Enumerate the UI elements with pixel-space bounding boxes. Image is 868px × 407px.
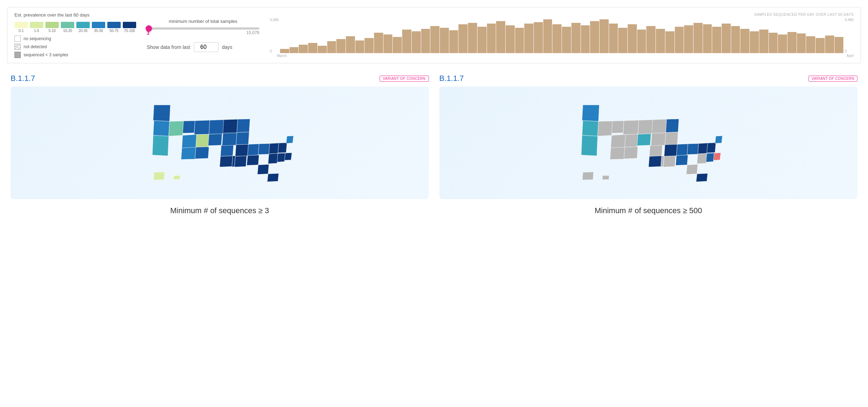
- symbol-box: [14, 44, 21, 50]
- chart-y-right: 4,486 0: [843, 18, 854, 53]
- legend-color-item: 0-1: [14, 22, 28, 33]
- map-header-1: B.1.1.7 VARIANT OF CONCERN: [11, 74, 429, 83]
- days-section: Show data from last days: [147, 42, 259, 52]
- chart-bar: [458, 24, 468, 53]
- chart-bar: [750, 31, 759, 53]
- swatch-label: 75-100: [124, 29, 135, 33]
- slider-label: minimum number of total samples: [147, 19, 259, 24]
- chart-section: SAMPLES SEQUENCED PER DAY OVER LAST 60 D…: [270, 13, 854, 58]
- chart-bar: [393, 37, 402, 53]
- chart-bar: [835, 37, 844, 53]
- legend-color-item: 20-35: [76, 22, 90, 33]
- chart-bar: [336, 39, 346, 53]
- chart-bar: [637, 30, 646, 53]
- chart-bar: [524, 24, 533, 53]
- chart-y-min: 0: [270, 49, 279, 53]
- legend-color-item: 35-50: [92, 22, 105, 33]
- symbol-label: no sequencing: [24, 36, 51, 41]
- chart-bar: [740, 29, 749, 53]
- legend-panel: Est. prevalence over the last 60 days 0-…: [7, 7, 861, 63]
- legend-colors: 0-1 1-5 5-10 10-20 20-35 35-50 50-75 75-…: [14, 22, 136, 33]
- days-label-after: days: [222, 44, 233, 50]
- color-swatch: [107, 22, 121, 28]
- legend-section: Est. prevalence over the last 60 days 0-…: [14, 12, 136, 58]
- chart-bar: [374, 33, 383, 53]
- chart-bar: [477, 27, 487, 53]
- color-swatch: [123, 22, 136, 28]
- swatch-label: 35-50: [94, 29, 103, 33]
- chart-bar: [600, 19, 609, 53]
- chart-bar: [534, 22, 543, 53]
- chart-bar: [693, 23, 703, 53]
- bar-chart: [280, 18, 843, 53]
- chart-bar: [778, 34, 787, 53]
- chart-bar: [618, 28, 627, 53]
- slider-values: 3 15,078: [147, 30, 259, 36]
- legend-color-item: 1-5: [30, 22, 43, 33]
- legend-title: Est. prevalence over the last 60 days: [14, 12, 136, 18]
- color-swatch: [76, 22, 90, 28]
- variant-name-2: B.1.1.7: [439, 74, 464, 83]
- chart-bar: [308, 43, 317, 53]
- color-swatch: [14, 22, 28, 28]
- symbol-row: no sequencing: [14, 36, 136, 42]
- maps-section: B.1.1.7 VARIANT OF CONCERN: [7, 74, 861, 215]
- swatch-label: 20-35: [78, 29, 88, 33]
- days-input[interactable]: [194, 42, 218, 52]
- chart-y-max: 4,486: [270, 18, 279, 22]
- map-container-2: B.1.1.7 VARIANT OF CONCERN: [439, 74, 858, 215]
- chart-bar: [552, 24, 562, 53]
- color-swatch: [45, 22, 59, 28]
- chart-bar: [506, 25, 515, 53]
- us-map-1: [16, 92, 424, 190]
- swatch-label: 5-10: [49, 29, 56, 33]
- symbol-box: [14, 52, 21, 58]
- swatch-label: 50-75: [109, 29, 119, 33]
- chart-bar: [806, 36, 815, 53]
- chart-bar: [628, 24, 637, 53]
- legend-color-item: 10-20: [61, 22, 74, 33]
- slider-section: minimum number of total samples 3 15,078…: [147, 19, 259, 52]
- chart-bar: [449, 30, 458, 53]
- chart-bar: [581, 25, 590, 53]
- legend-color-item: 75-100: [123, 22, 136, 33]
- slider-thumb[interactable]: [146, 25, 152, 32]
- chart-bar: [675, 27, 684, 53]
- chart-y-labels: 4,486 0: [270, 18, 280, 53]
- slider-max-value: 15,078: [246, 30, 259, 36]
- chart-bar: [797, 33, 806, 53]
- chart-bar: [816, 38, 825, 53]
- chart-bar: [280, 49, 289, 53]
- chart-bar: [722, 24, 731, 53]
- variant-badge-1: VARIANT OF CONCERN: [380, 76, 429, 82]
- chart-bar: [515, 28, 524, 53]
- chart-bar: [646, 26, 655, 53]
- page-wrapper: Est. prevalence over the last 60 days 0-…: [0, 0, 868, 407]
- chart-bar: [421, 29, 430, 53]
- map-caption-1: Minimum # of sequences ≥ 3: [170, 206, 269, 215]
- slider-track: [147, 27, 259, 30]
- map-header-2: B.1.1.7 VARIANT OF CONCERN: [439, 74, 858, 83]
- chart-bar: [609, 24, 618, 53]
- color-swatch: [92, 22, 105, 28]
- variant-badge-2: VARIANT OF CONCERN: [809, 76, 857, 82]
- chart-bar: [759, 30, 768, 53]
- symbol-label: sequenced < 3 samples: [24, 52, 68, 57]
- chart-bar: [712, 27, 721, 53]
- chart-bar: [318, 46, 327, 53]
- chart-bar: [440, 28, 449, 53]
- chart-bar: [327, 41, 336, 53]
- slider-wrapper: 3 15,078: [147, 27, 259, 36]
- chart-x-label: April: [847, 54, 854, 58]
- chart-bar: [290, 47, 299, 53]
- map-caption-2: Minimum # of sequences ≥ 500: [595, 206, 702, 215]
- chart-bar: [384, 34, 393, 53]
- legend-color-item: 5-10: [45, 22, 59, 33]
- chart-y-right-min: 0: [845, 49, 854, 53]
- chart-bar: [412, 31, 421, 53]
- chart-area: 4,486 0 4,486 0: [270, 18, 854, 53]
- chart-bar: [543, 19, 552, 53]
- legend-symbols: no sequencing not detected sequenced < 3…: [14, 36, 136, 58]
- chart-x-label: March: [277, 54, 287, 58]
- chart-bar: [365, 38, 374, 53]
